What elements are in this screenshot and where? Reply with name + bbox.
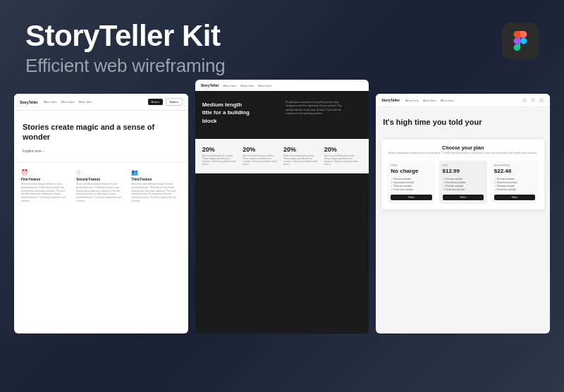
ss-left-feature-1-title: First Feature — [21, 178, 70, 181]
ss-left-feature-3-icon: 👥 — [131, 169, 180, 176]
ss-plan-pro-feat-3: ✓Third item included — [443, 185, 484, 188]
ss-mid-nav-item-3: Menu Item — [258, 84, 271, 87]
ss-left-feature-3: 👥 Third Feature Short text describing a … — [131, 169, 180, 203]
ss-social-circle-icon: ○ — [522, 97, 527, 103]
app-subtitle: Efficient web wireframing — [25, 55, 502, 77]
ss-plan-free-tier: FREE — [391, 164, 431, 167]
ss-left-nav-items: Menu Item Menu Item Menu Item — [44, 100, 148, 104]
ss-left-nav: StoryTeller Menu Item Menu Item Menu Ite… — [14, 94, 188, 111]
ss-stat-1-num: 20% — [202, 146, 240, 153]
ss-plan-enterprise-feat-3: ✓Third item included — [494, 185, 535, 188]
screenshot-middle: StoryTeller Menu Item Menu Item Menu Ite… — [195, 80, 369, 333]
ss-left-nav-item-1: Menu Item — [44, 100, 57, 104]
ss-pricing: Choose your plan A short paragraph descr… — [381, 140, 544, 209]
ss-mid-brand: StoryTeller — [201, 83, 219, 87]
ss-mid-nav: StoryTeller Menu Item Menu Item Menu Ite… — [195, 80, 369, 91]
ss-stat-2-num: 20% — [243, 146, 281, 153]
ss-plan-enterprise-feat-1: ✓First item included — [494, 178, 535, 180]
ss-stat-4-num: 20% — [324, 146, 362, 153]
ss-left-feature-2: ◇ Second Feature Short text describing a… — [76, 169, 125, 203]
ss-pricing-title: Choose your plan — [387, 145, 539, 150]
ss-mid-nav-item-1: Menu Item — [223, 84, 236, 87]
ss-left-features: ⏰ First Feature Short text describing a … — [14, 161, 188, 210]
ss-plan-free-price: No charge — [391, 169, 431, 175]
ss-plan-free: FREE No charge ✓First item included ✓Sec… — [387, 161, 435, 204]
ss-right-hero-title: It's high time you told your — [383, 117, 543, 127]
ss-right-hero: It's high time you told your — [376, 107, 550, 140]
ss-mid-dark-text-col: Provide your customers a story they woul… — [286, 101, 362, 129]
header: StoryTeller Kit Efficient web wireframin… — [0, 0, 564, 91]
ss-mid-dark-content: Medium length title for a building block — [202, 101, 278, 129]
screenshot-right: StoryTeller Menu Item Menu Item Menu Ite… — [376, 94, 550, 333]
ss-stat-3-text: Short text describing the number. Please… — [283, 154, 321, 166]
screenshots-grid: StoryTeller Menu Item Menu Item Menu Ite… — [0, 94, 564, 333]
ss-plan-pro-feat-4: ✓Fourth item included — [443, 188, 484, 191]
ss-stat-2: 20% Short text describing the number. Pl… — [243, 146, 281, 166]
app-title: StoryTeller Kit — [25, 20, 502, 52]
ss-left-feature-1-icon: ⏰ — [21, 169, 70, 176]
ss-plan-pro-tier: PRO — [443, 164, 484, 167]
ss-left-brand: StoryTeller — [20, 100, 38, 104]
ss-left-explore: Explore more › — [23, 149, 180, 153]
ss-left-feature-1-text: Short text describing a feature of your … — [21, 183, 70, 203]
ss-plan-pro-btn[interactable]: Select — [443, 195, 484, 200]
ss-stat-3: 20% Short text describing the number. Pl… — [283, 146, 321, 166]
ss-right-nav-item-2: Menu Item — [423, 99, 436, 102]
ss-plan-pro-price: $12.99 — [443, 169, 484, 175]
ss-plan-enterprise-feat-4: ✓Fourth item included — [494, 188, 535, 191]
ss-mid-nav-item-2: Menu Item — [240, 84, 254, 87]
ss-plan-pro: PRO $12.99 ✓First item included ✓Second … — [439, 161, 487, 204]
ss-left-feature-3-text: Short text describing a feature of your … — [131, 183, 180, 203]
ss-left-hero-title: Stories create magic and a sense of wond… — [23, 122, 180, 142]
ss-plans: FREE No charge ✓First item included ✓Sec… — [387, 161, 539, 204]
ss-plan-free-feat-3: ✓Third item included — [391, 185, 431, 188]
ss-right-nav: StoryTeller Menu Item Menu Item Menu Ite… — [376, 94, 550, 107]
ss-left-nav-item-2: Menu Item — [61, 100, 75, 104]
ss-plan-free-btn[interactable]: Select — [391, 195, 431, 200]
header-text: StoryTeller Kit Efficient web wireframin… — [25, 20, 502, 77]
ss-left-nav-item-3: Menu Item — [79, 100, 92, 104]
ss-plan-enterprise-btn[interactable]: Select — [494, 195, 535, 200]
ss-pricing-subtitle: A short paragraph describing your pricin… — [387, 152, 539, 155]
ss-right-nav-item-3: Menu Item — [441, 99, 454, 102]
ss-left-feature-1: ⏰ First Feature Short text describing a … — [21, 169, 70, 203]
ss-mid-dark-title: Medium length title for a building block — [202, 101, 252, 125]
ss-left-feature-2-icon: ◇ — [76, 169, 125, 176]
ss-left-btn1: Button — [148, 99, 164, 105]
ss-left-feature-3-title: Third Feature — [131, 178, 180, 181]
ss-left-feature-2-title: Second Feature — [76, 178, 125, 181]
screenshot-left: StoryTeller Menu Item Menu Item Menu Ite… — [14, 94, 188, 333]
ss-stat-3-num: 20% — [283, 146, 321, 153]
ss-stat-4: 20% Short text describing the number. Pl… — [324, 146, 362, 166]
ss-mid-dark-section: Medium length title for a building block… — [195, 91, 369, 139]
figma-icon — [510, 31, 530, 51]
ss-plan-free-feat-4: ✓Fourth item included — [391, 188, 431, 191]
ss-right-social: ○ f t — [522, 97, 544, 103]
ss-left-hero: Stories create magic and a sense of wond… — [14, 111, 188, 161]
ss-left-feature-2-text: Short text describing a feature of your … — [76, 183, 125, 203]
ss-left-btn2: Button — [166, 98, 183, 106]
ss-stat-4-text: Short text describing the number. Please… — [324, 154, 362, 166]
ss-mid-dark-text: Provide your customers a story they woul… — [286, 101, 342, 116]
ss-plan-free-feat-2: ✓Second item included — [391, 181, 431, 184]
ss-right-nav-items: Menu Item Menu Item Menu Item — [405, 99, 522, 102]
ss-plan-enterprise-tier: ENTERPRISE — [494, 164, 535, 167]
ss-plan-enterprise: ENTERPRISE $22.48 ✓First item included ✓… — [491, 161, 539, 204]
ss-social-facebook-icon: f — [530, 97, 536, 103]
ss-right-brand: StoryTeller — [381, 98, 400, 102]
ss-social-twitter-icon: t — [539, 97, 544, 103]
ss-stat-1-text: Short text describing the number. Please… — [202, 154, 240, 166]
ss-plan-enterprise-feat-2: ✓Second item included — [494, 181, 535, 184]
ss-right-nav-item-1: Menu Item — [405, 99, 419, 102]
ss-stat-2-text: Short text describing the number. Please… — [243, 154, 281, 166]
ss-stat-1: 20% Short text describing the number. Pl… — [202, 146, 240, 166]
ss-plan-free-feat-1: ✓First item included — [391, 178, 431, 180]
ss-plan-enterprise-price: $22.48 — [494, 169, 535, 175]
ss-plan-pro-feat-1: ✓First item included — [443, 178, 484, 180]
ss-mid-stats: 20% Short text describing the number. Pl… — [195, 139, 369, 173]
figma-badge — [502, 23, 539, 59]
ss-mid-nav-items: Menu Item Menu Item Menu Item — [223, 84, 363, 87]
ss-plan-pro-feat-2: ✓Second item included — [443, 181, 484, 184]
